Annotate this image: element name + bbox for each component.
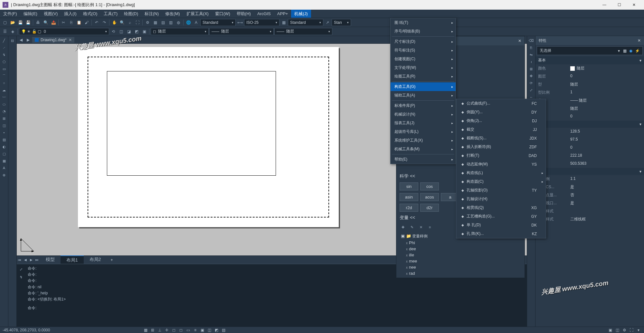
submenu-item[interactable]: ◆工艺槽构造(G)...GY: [456, 212, 546, 221]
layout-tab-0[interactable]: 模型: [40, 255, 61, 264]
menu-item[interactable]: 报表工具(J)▸: [391, 119, 456, 127]
var-edit-icon[interactable]: ✎: [409, 224, 415, 230]
layer-manager-icon[interactable]: ☰: [1, 28, 8, 35]
tool3-icon[interactable]: ▤: [159, 19, 166, 26]
property-row[interactable]: 点 X128.5: [535, 128, 644, 136]
menu-12[interactable]: ArcGIS: [254, 10, 274, 18]
sb-r1-icon[interactable]: ▣: [607, 328, 613, 333]
osnap-icon[interactable]: ◻: [171, 328, 177, 333]
menu-item[interactable]: 机械设计(N)▸: [391, 110, 456, 119]
sb-r5-icon[interactable]: ▾: [636, 328, 641, 333]
submenu-item[interactable]: ◆截交JJ: [456, 125, 546, 134]
property-row[interactable]: 型随层: [535, 80, 644, 88]
text-style-icon[interactable]: A: [193, 19, 200, 26]
prop-section-header[interactable]: ▾: [535, 168, 644, 175]
addtool-icon[interactable]: ⊕: [1, 172, 7, 178]
submenu-item[interactable]: ◆倒圆(Y)...DY: [456, 108, 546, 116]
pickadd-icon[interactable]: ◉: [629, 49, 632, 53]
mtext-icon[interactable]: A: [1, 165, 7, 171]
menu-1[interactable]: 编辑(E): [20, 10, 41, 18]
property-row[interactable]: 度222.18: [535, 152, 644, 160]
world-icon[interactable]: 🌐: [185, 19, 192, 26]
arc-icon[interactable]: ⌒: [1, 73, 7, 79]
pan-icon[interactable]: ✋: [111, 19, 118, 26]
layout-next-icon[interactable]: ▶: [28, 256, 34, 264]
tab-next-icon[interactable]: ▶: [25, 37, 31, 43]
new-icon[interactable]: ▢: [1, 19, 8, 26]
layout-first-icon[interactable]: ⏮: [17, 256, 23, 264]
color-select[interactable]: ◻ 随层: [151, 28, 209, 35]
scale-icon[interactable]: ⤢: [528, 87, 535, 93]
cmd-history-icon[interactable]: ↯: [18, 274, 24, 280]
property-row[interactable]: 点 Y97.5: [535, 136, 644, 144]
ellipse-icon[interactable]: ⬭: [1, 101, 7, 107]
calc-button[interactable]: acos: [420, 193, 439, 201]
submenu-item[interactable]: ◆动态延伸(M)YS: [456, 160, 546, 169]
calc-button[interactable]: sin: [400, 182, 418, 190]
menu-11[interactable]: 帮助(H): [233, 10, 254, 18]
properties-close-icon[interactable]: ✕: [638, 38, 641, 43]
zoom-extents-icon[interactable]: ⛶: [134, 19, 141, 26]
hatch-icon[interactable]: ▨: [1, 136, 7, 143]
prop-section-header[interactable]: ▾: [535, 121, 644, 128]
erase-icon[interactable]: ⌫: [528, 37, 535, 44]
submenu-item[interactable]: ◆构造圆(C)▸: [456, 177, 546, 186]
region-icon[interactable]: ▢: [1, 151, 7, 157]
dim-style-icon[interactable]: ⟷: [236, 19, 243, 26]
quickcalc-close-icon[interactable]: ✕: [518, 39, 521, 43]
property-row[interactable]: 标准样式: [535, 207, 644, 215]
snap-icon[interactable]: ⊞: [150, 328, 156, 333]
layer-prev-icon[interactable]: ⟲: [110, 28, 117, 35]
layer-tool1-icon[interactable]: ◫: [118, 28, 125, 35]
layer-state-icon[interactable]: ◈: [9, 28, 16, 35]
var-del-icon[interactable]: ✕: [418, 224, 424, 230]
var-new-icon[interactable]: ✚: [400, 224, 406, 230]
sb-r3-icon[interactable]: ⚙: [621, 328, 627, 333]
tree-item[interactable]: xille: [400, 252, 521, 258]
dyn-icon[interactable]: ▭: [185, 328, 191, 333]
submenu-item[interactable]: ◆打断(T)DAD: [456, 151, 546, 160]
table-icon[interactable]: ▦: [1, 158, 7, 164]
selection-combo[interactable]: 无选择 ▾ ▦ ◉ ⚡: [537, 46, 643, 55]
grid-icon[interactable]: ▦: [143, 328, 148, 333]
menu-item[interactable]: 绘图工具(R)▸: [391, 72, 456, 81]
tool-icon[interactable]: ⚙: [144, 19, 151, 26]
tree-item[interactable]: xdee: [400, 246, 521, 252]
spline-icon[interactable]: 〰: [1, 94, 7, 100]
zoom-window-icon[interactable]: ⌕: [126, 19, 133, 26]
property-row[interactable]: 明度随层: [535, 105, 644, 113]
tab-close-icon[interactable]: ✕: [69, 38, 72, 42]
line-icon[interactable]: ╱: [1, 37, 7, 44]
paste-icon[interactable]: 📋: [75, 19, 82, 26]
quickselect-icon[interactable]: ▦: [623, 49, 627, 53]
menu-item[interactable]: 系统维护工具(X)▸: [391, 136, 456, 145]
document-tab[interactable]: Drawing1.dwg* ✕: [32, 37, 74, 43]
menu-item[interactable]: 机械工具条(M)▸: [391, 145, 456, 153]
menu-item[interactable]: 创建视图(C)▸: [391, 55, 456, 63]
var-calc-icon[interactable]: ≡: [427, 224, 433, 230]
undo-icon[interactable]: ↶: [93, 19, 100, 26]
layout-last-icon[interactable]: ⏭: [34, 256, 40, 264]
rectangle-icon[interactable]: ▭: [1, 66, 7, 72]
menu-item[interactable]: 构造工具(G)▸: [391, 82, 456, 91]
property-row[interactable]: 每个视口...是: [535, 199, 644, 207]
coordinates[interactable]: -45.4078, 208.2703, 0.0000: [3, 328, 50, 332]
cut-icon[interactable]: ✂: [60, 19, 67, 26]
layer-tool2-icon[interactable]: ◪: [125, 28, 132, 35]
otrack-icon[interactable]: ◻: [178, 328, 184, 333]
tree-item[interactable]: xPhi: [400, 240, 521, 246]
property-row[interactable]: 点 Z0: [535, 144, 644, 152]
prop-section-header[interactable]: 基本▾: [535, 56, 644, 64]
linetype-select[interactable]: —— 随层: [209, 28, 274, 35]
tool-vl-icon[interactable]: ⊟: [9, 37, 16, 44]
menu-item[interactable]: 辅助工具(A)▸: [391, 91, 456, 100]
sb-extra2-icon[interactable]: ◩: [213, 328, 219, 333]
menu-item[interactable]: 超级符号库(L)▸: [391, 127, 456, 136]
submenu-item[interactable]: ◆构造线(L)▸: [456, 169, 546, 177]
menu-14[interactable]: 机械(J): [291, 10, 311, 18]
menu-item[interactable]: 帮助(E)▸: [391, 155, 456, 164]
tab-prev-icon[interactable]: ◀: [18, 37, 24, 43]
redo-icon[interactable]: ↷: [101, 19, 108, 26]
cmd-expand-icon[interactable]: ⤢: [18, 266, 24, 273]
text-style-select[interactable]: Standard: [200, 19, 236, 26]
